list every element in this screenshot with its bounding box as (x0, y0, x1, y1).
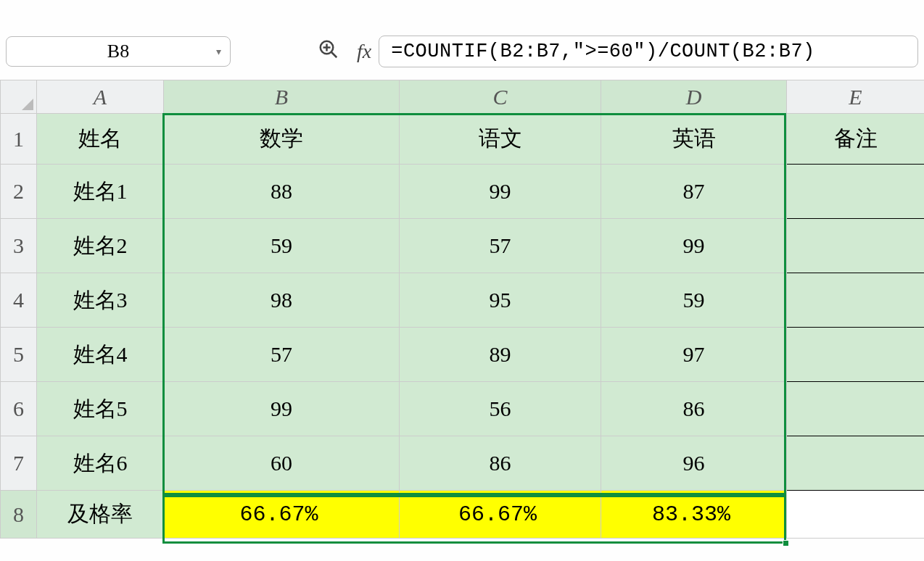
cell-D3[interactable]: 99 (601, 219, 787, 273)
cell-D7[interactable]: 96 (601, 436, 787, 491)
col-header-E[interactable]: E (787, 80, 925, 114)
cell-D1[interactable]: 英语 (601, 114, 787, 165)
svg-line-1 (331, 51, 337, 57)
fx-label[interactable]: fx (357, 40, 371, 63)
cell-A1[interactable]: 姓名 (37, 114, 164, 165)
cell-E1[interactable]: 备注 (787, 114, 925, 165)
row-header-3[interactable]: 3 (1, 219, 37, 273)
selection-handle[interactable] (783, 540, 789, 547)
formula-text: =COUNTIF(B2:B7,">=60")/COUNT(B2:B7) (391, 41, 815, 62)
cell-E6[interactable] (787, 382, 925, 436)
cell-A3[interactable]: 姓名2 (37, 219, 164, 273)
cell-E4[interactable] (787, 273, 925, 328)
cell-B8[interactable]: 66.67% (164, 491, 400, 539)
cell-A5[interactable]: 姓名4 (37, 328, 164, 382)
cell-C8[interactable]: 66.67% (400, 491, 601, 539)
cell-E7[interactable] (787, 436, 925, 491)
cell-A4[interactable]: 姓名3 (37, 273, 164, 328)
cell-A8[interactable]: 及格率 (37, 491, 164, 539)
cell-C2[interactable]: 99 (400, 165, 601, 219)
formula-input[interactable]: =COUNTIF(B2:B7,">=60")/COUNT(B2:B7) (379, 36, 918, 67)
row-header-5[interactable]: 5 (1, 328, 37, 382)
cell-C6[interactable]: 56 (400, 382, 601, 436)
cell-D6[interactable]: 86 (601, 382, 787, 436)
col-header-B[interactable]: B (164, 80, 400, 114)
cell-E8[interactable] (787, 491, 925, 539)
cell-B1[interactable]: 数学 (164, 114, 400, 165)
col-header-D[interactable]: D (601, 80, 787, 114)
name-box-value: B8 (107, 41, 129, 62)
cell-B7[interactable]: 60 (164, 436, 400, 491)
cell-B3[interactable]: 59 (164, 219, 400, 273)
spreadsheet-grid: A B C D E 1 姓名 数学 语文 英语 备注 2 姓名1 88 99 8… (0, 80, 924, 539)
select-all-corner[interactable] (1, 80, 37, 114)
row-header-7[interactable]: 7 (1, 436, 37, 491)
cell-D5[interactable]: 97 (601, 328, 787, 382)
cell-E2[interactable] (787, 165, 925, 219)
cell-D2[interactable]: 87 (601, 165, 787, 219)
cell-C5[interactable]: 89 (400, 328, 601, 382)
row-header-1[interactable]: 1 (1, 114, 37, 165)
cell-C1[interactable]: 语文 (400, 114, 601, 165)
cell-C7[interactable]: 86 (400, 436, 601, 491)
cell-B4[interactable]: 98 (164, 273, 400, 328)
col-header-C[interactable]: C (400, 80, 601, 114)
row-header-4[interactable]: 4 (1, 273, 37, 328)
cell-C3[interactable]: 57 (400, 219, 601, 273)
cell-E5[interactable] (787, 328, 925, 382)
name-box[interactable]: B8 ▾ (6, 36, 231, 67)
formula-bar: B8 ▾ fx =COUNTIF(B2:B7,">=60")/COUNT(B2:… (0, 30, 924, 72)
cell-C4[interactable]: 95 (400, 273, 601, 328)
row-header-6[interactable]: 6 (1, 382, 37, 436)
row-header-8[interactable]: 8 (1, 491, 37, 539)
cell-B2[interactable]: 88 (164, 165, 400, 219)
cell-A7[interactable]: 姓名6 (37, 436, 164, 491)
cell-A6[interactable]: 姓名5 (37, 382, 164, 436)
magnify-icon[interactable] (318, 38, 339, 65)
row-header-2[interactable]: 2 (1, 165, 37, 219)
chevron-down-icon[interactable]: ▾ (216, 46, 221, 58)
col-header-A[interactable]: A (37, 80, 164, 114)
cell-E3[interactable] (787, 219, 925, 273)
cell-D4[interactable]: 59 (601, 273, 787, 328)
cell-D8[interactable]: 83.33% (601, 491, 787, 539)
cell-B5[interactable]: 57 (164, 328, 400, 382)
cell-A2[interactable]: 姓名1 (37, 165, 164, 219)
cell-B6[interactable]: 99 (164, 382, 400, 436)
